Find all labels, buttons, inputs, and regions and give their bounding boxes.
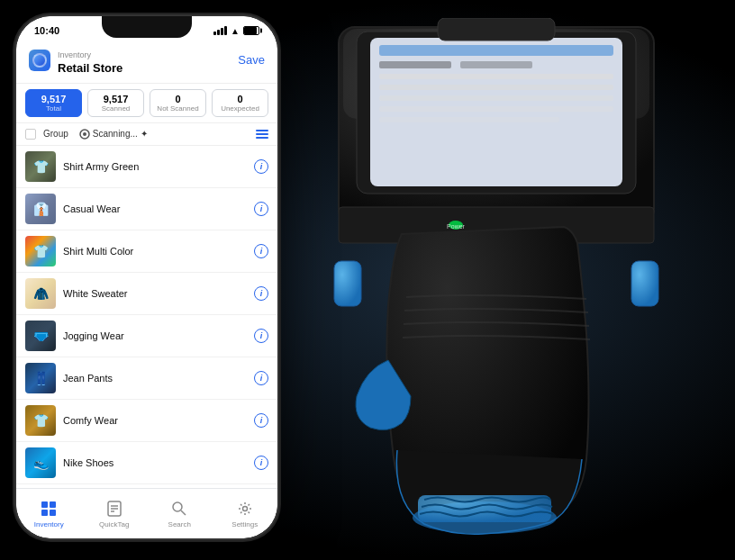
svg-rect-3 (50, 501, 56, 508)
item-name: Shirt Army Green (63, 161, 247, 172)
status-time: 10:40 (34, 25, 59, 36)
nav-settings-label: Settings (231, 520, 258, 528)
nav-search[interactable]: Search (147, 489, 213, 538)
list-item[interactable]: 🩲 Jogging Wear i (16, 315, 277, 357)
item-thumbnail: 🩲 (25, 321, 56, 351)
settings-icon (235, 499, 255, 519)
svg-rect-21 (379, 85, 613, 90)
scanner-device: Power (285, 18, 735, 549)
nav-settings[interactable]: Settings (213, 489, 278, 538)
group-checkbox[interactable] (25, 129, 36, 140)
status-icons: ▲ (213, 26, 259, 36)
item-name: Jean Pants (63, 373, 247, 384)
svg-rect-18 (379, 61, 451, 68)
app-header: Inventory Retail Store Save (16, 41, 277, 84)
list-item[interactable]: 👟 Nike Shoes i (16, 442, 277, 484)
list-item[interactable]: 👕 Shirt Army Green i (16, 146, 277, 188)
list-item[interactable]: 🧥 White Sweater i (16, 273, 277, 315)
nav-search-label: Search (168, 520, 191, 528)
scanning-status: Scanning... ✦ (79, 129, 148, 140)
list-item[interactable]: 👖 Jean Pants i (16, 357, 277, 400)
item-thumbnail: 👕 (25, 151, 56, 182)
scanner-svg: Power (285, 18, 717, 549)
app-logo-inner (32, 53, 47, 68)
svg-point-12 (242, 507, 247, 511)
svg-rect-4 (41, 510, 48, 516)
item-thumbnail: 🧥 (25, 278, 56, 309)
phone-notch (102, 16, 192, 38)
stat-unexpected[interactable]: 0 Unexpected (212, 89, 268, 117)
app-logo (29, 50, 50, 71)
info-icon[interactable]: i (254, 371, 268, 385)
info-icon[interactable]: i (254, 286, 268, 301)
quicktag-icon (104, 499, 124, 519)
save-button[interactable]: Save (238, 53, 265, 67)
list-item[interactable]: 👕 Shirt Multi Color i (16, 230, 277, 273)
svg-rect-23 (379, 106, 613, 112)
nav-inventory-label: Inventory (34, 520, 64, 528)
header-subtitle: Inventory (58, 50, 91, 59)
inventory-icon (39, 499, 59, 519)
item-name: Comfy Wear (63, 415, 247, 426)
stat-unexpected-value: 0 (218, 94, 262, 104)
svg-rect-24 (379, 117, 559, 122)
list-item[interactable]: 👔 Casual Wear i (16, 188, 277, 230)
item-name: Shirt Multi Color (63, 246, 247, 257)
scanning-label: Scanning... (93, 129, 138, 139)
stat-total-label: Total (32, 104, 76, 113)
svg-point-1 (83, 132, 86, 136)
scan-icon (79, 129, 90, 140)
info-icon[interactable]: i (254, 329, 268, 343)
stat-notscanned-value: 0 (156, 94, 200, 104)
info-icon[interactable]: i (254, 413, 268, 428)
item-thumbnail: 👕 (25, 405, 56, 436)
stat-unexpected-label: Unexpected (218, 104, 262, 113)
item-name: White Sweater (63, 288, 247, 299)
svg-line-11 (181, 510, 186, 515)
svg-text:Power: Power (447, 223, 466, 230)
svg-rect-2 (41, 501, 48, 508)
svg-rect-29 (334, 261, 361, 306)
svg-rect-17 (379, 45, 613, 56)
group-label: Group (43, 129, 68, 139)
item-thumbnail: 👔 (25, 194, 56, 224)
item-list: 👕 Shirt Army Green i 👔 Casual Wear i 👕 S… (16, 146, 277, 527)
wifi-icon: ▲ (231, 26, 240, 36)
info-icon[interactable]: i (254, 456, 268, 470)
stat-notscanned-label: Not Scanned (156, 104, 200, 113)
stat-total-value: 9,517 (32, 94, 76, 104)
item-thumbnail: 👖 (25, 363, 56, 393)
nav-quicktag[interactable]: QuickTag (82, 489, 148, 538)
svg-rect-16 (370, 38, 622, 186)
item-name: Jogging Wear (63, 330, 247, 341)
svg-rect-22 (379, 95, 613, 101)
item-name: Nike Shoes (63, 457, 247, 468)
stat-scanned-label: Scanned (94, 104, 138, 113)
svg-rect-19 (460, 61, 532, 68)
stat-scanned[interactable]: 9,517 Scanned (87, 89, 144, 117)
filter-row: Group Scanning... ✦ (16, 123, 277, 146)
header-text: Inventory Retail Store (58, 45, 238, 76)
menu-icon[interactable] (256, 130, 268, 139)
stat-not-scanned[interactable]: 0 Not Scanned (150, 89, 206, 117)
list-item[interactable]: 👕 Comfy Wear i (16, 400, 277, 442)
info-icon[interactable]: i (254, 159, 268, 174)
svg-rect-25 (438, 18, 555, 41)
signal-icon (213, 26, 227, 35)
item-name: Casual Wear (63, 203, 247, 214)
info-icon[interactable]: i (254, 244, 268, 258)
phone-frame: 10:40 ▲ (16, 16, 277, 538)
phone-screen: 10:40 ▲ (16, 16, 277, 538)
bottom-nav: Inventory QuickTag (16, 488, 277, 538)
item-thumbnail: 👕 (25, 236, 56, 266)
header-title: Retail Store (58, 61, 238, 76)
phone-mockup: 10:40 ▲ (16, 16, 277, 538)
nav-inventory[interactable]: Inventory (16, 489, 82, 538)
info-icon[interactable]: i (254, 202, 268, 216)
spin-indicator: ✦ (141, 129, 148, 139)
svg-rect-5 (50, 510, 56, 516)
stats-row: 9,517 Total 9,517 Scanned 0 Not Scanned … (16, 84, 277, 123)
stat-total[interactable]: 9,517 Total (25, 89, 82, 117)
stat-scanned-value: 9,517 (94, 94, 138, 104)
item-thumbnail: 👟 (25, 447, 56, 478)
